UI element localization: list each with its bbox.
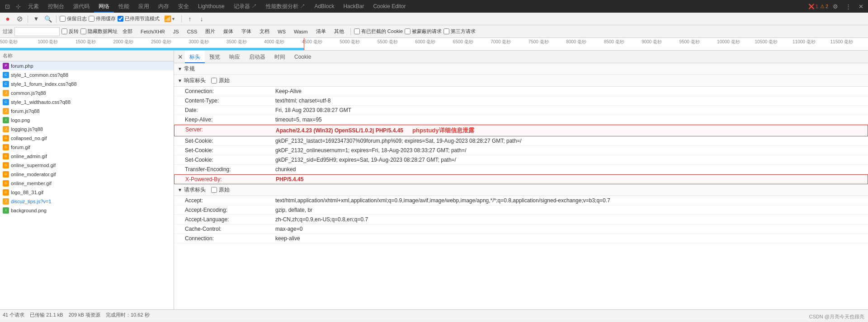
tab-security[interactable]: 安全 [174, 0, 193, 13]
file-item[interactable]: Gcollapsed_no.gif [0, 134, 174, 143]
invert-checkbox[interactable] [61, 28, 67, 34]
file-item[interactable]: Gonline_moderator.gif [0, 170, 174, 179]
tab-recorder[interactable]: 记录器 ↗ [229, 0, 261, 13]
tab-cookie-editor[interactable]: Cookie Editor [368, 0, 410, 13]
request-headers-original-checkbox[interactable] [211, 187, 217, 193]
file-item[interactable]: Jlogging.js?q88 [0, 125, 174, 134]
filter-label: 过滤 [3, 28, 13, 35]
detail-close-btn[interactable]: ✕ [176, 51, 185, 63]
request-header-row: Cache-Control:max-age=0 [174, 224, 868, 234]
more-btn[interactable]: ⋮ [843, 1, 854, 12]
third-party-label[interactable]: 第三方请求 [443, 28, 476, 35]
response-headers-original-checkbox[interactable] [211, 78, 217, 84]
file-item[interactable]: Gonline_member.gif [0, 179, 174, 188]
detail-tab-response[interactable]: 响应 [225, 51, 245, 63]
detail-tab-initiator[interactable]: 启动器 [245, 51, 270, 63]
file-item[interactable]: Ibackground.png [0, 206, 174, 215]
file-item[interactable]: Gforum.gif [0, 143, 174, 152]
invert-label[interactable]: 反转 [61, 28, 79, 35]
tab-network[interactable]: 网络 [94, 0, 114, 13]
file-item[interactable]: Glogo_88_31.gif [0, 188, 174, 197]
search-btn[interactable]: 🔍 [43, 14, 53, 24]
invert-text: 反转 [69, 28, 79, 35]
header-value: Keep-Alive [275, 88, 302, 94]
file-item[interactable]: Cstyle_1_widthauto.css?q88 [0, 98, 174, 107]
timeline-tick-21: 11000 毫秒 [793, 39, 816, 45]
file-item[interactable]: Pforum.php [0, 61, 174, 70]
file-item[interactable]: Cstyle_1_common.css?q88 [0, 70, 174, 79]
filter-ws[interactable]: WS [274, 28, 289, 35]
hide-data-url-text: 隐藏数据网址 [88, 28, 118, 35]
tab-sources[interactable]: 源代码 [69, 0, 94, 13]
throttle-dropdown[interactable]: 📶 ▼ [161, 14, 178, 24]
header-value: chunked [275, 166, 296, 173]
general-section-header[interactable]: ▼ 常规 [174, 63, 868, 75]
filter-fetch-xhr[interactable]: Fetch/XHR [137, 28, 168, 35]
record-btn[interactable]: ● [3, 14, 13, 24]
detail-content[interactable]: ▼ 常规 ▼ 响应标头 原始 Connection:Keep-AliveCont… [174, 63, 868, 309]
file-item[interactable]: Cstyle_1_forum_index.css?q88 [0, 79, 174, 89]
detail-tab-timing[interactable]: 时间 [270, 51, 290, 63]
filter-doc[interactable]: 文档 [256, 27, 273, 36]
offline-label[interactable]: 已停用节流模式 [118, 15, 160, 22]
disable-cache-label[interactable]: 停用缓存 [89, 15, 116, 22]
blocked-requests-checkbox[interactable] [405, 28, 410, 34]
filter-img[interactable]: 图片 [202, 27, 218, 36]
settings-btn[interactable]: ⚙ [830, 1, 841, 12]
hide-data-url-label[interactable]: 隐藏数据网址 [80, 28, 118, 35]
tab-elements[interactable]: 元素 [24, 0, 43, 13]
file-type-icon: C [3, 72, 9, 78]
filter-all[interactable]: 全部 [119, 27, 136, 36]
header-value: max-age=0 [275, 226, 864, 232]
upload-icon-btn[interactable]: ↑ [185, 14, 195, 24]
tab-performance[interactable]: 性能 [114, 0, 134, 13]
tab-hackbar[interactable]: HackBar [339, 0, 368, 13]
file-item[interactable]: Gonline_admin.gif [0, 152, 174, 161]
filter-other[interactable]: 其他 [331, 27, 347, 36]
third-party-checkbox[interactable] [443, 28, 449, 34]
request-headers-section-header[interactable]: ▼ 请求标头 原始 [174, 184, 868, 196]
filter-font[interactable]: 字体 [238, 27, 255, 36]
filter-clear[interactable]: 清单 [313, 27, 329, 36]
response-headers-section-header[interactable]: ▼ 响应标头 原始 [174, 75, 868, 87]
devtools-pointer-btn[interactable]: ⊹ [13, 1, 24, 12]
tab-perf-insights[interactable]: 性能数据分析 ↗ [261, 0, 310, 13]
filter-wasm[interactable]: Wasm [291, 28, 311, 35]
tab-adblock[interactable]: AdBlock [310, 0, 339, 13]
filter-js[interactable]: JS [170, 28, 182, 35]
tab-application[interactable]: 应用 [134, 0, 154, 13]
devtools-icon-btn[interactable]: ⊡ [2, 1, 13, 12]
detail-tab-preview[interactable]: 预览 [205, 51, 225, 63]
blocked-cookies-checkbox[interactable] [354, 28, 360, 34]
file-name: collapsed_no.gif [11, 135, 47, 141]
filter-media[interactable]: 媒体 [220, 27, 236, 36]
blocked-cookies-label[interactable]: 有已拦截的 Cookie [354, 28, 403, 35]
filter-input[interactable] [14, 27, 60, 36]
blocked-requests-label[interactable]: 被蒙蔽的请求 [405, 28, 442, 35]
offline-checkbox[interactable] [118, 16, 123, 22]
warn-icon: ⚠ [820, 4, 825, 9]
file-item[interactable]: Ilogo.png [0, 116, 174, 125]
header-name: Accept: [185, 197, 275, 204]
file-item[interactable]: Jdiscuz_tips.js?v=1 [0, 197, 174, 206]
file-item[interactable]: Jcommon.js?q88 [0, 89, 174, 98]
preserve-log-label[interactable]: 保留日志 [60, 15, 87, 22]
timeline: 500 毫秒1000 毫秒1500 毫秒2000 毫秒2500 毫秒3000 毫… [0, 38, 868, 51]
disable-cache-checkbox[interactable] [89, 16, 94, 22]
filter-btn[interactable]: ▼ [31, 14, 41, 24]
preserve-log-checkbox[interactable] [60, 16, 66, 22]
file-item[interactable]: Jforum.js?q88 [0, 107, 174, 116]
tab-memory[interactable]: 内存 [154, 0, 174, 13]
detail-tab-cookie[interactable]: Cookie [290, 51, 316, 63]
filter-css[interactable]: CSS [184, 28, 201, 35]
tab-console[interactable]: 控制台 [43, 0, 69, 13]
file-list-scroll[interactable]: Pforum.phpCstyle_1_common.css?q88Cstyle_… [0, 61, 174, 309]
hide-data-url-checkbox[interactable] [80, 28, 86, 34]
detail-tab-headers[interactable]: 标头 [185, 51, 205, 63]
close-btn[interactable]: ✕ [855, 1, 866, 12]
header-name: Transfer-Encoding: [185, 166, 275, 173]
tab-lighthouse[interactable]: Lighthouse [193, 0, 229, 13]
stop-btn[interactable]: ⊘ [14, 14, 24, 24]
download-icon-btn[interactable]: ↓ [197, 14, 207, 24]
file-item[interactable]: Gonline_supermod.gif [0, 161, 174, 170]
